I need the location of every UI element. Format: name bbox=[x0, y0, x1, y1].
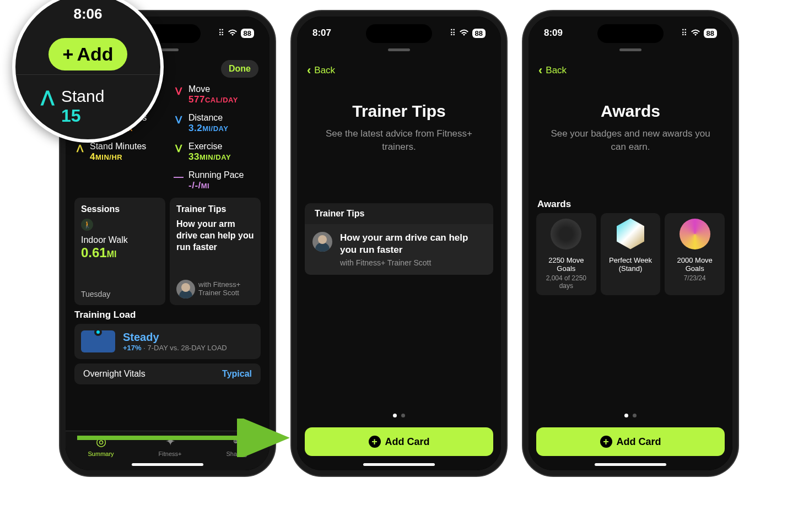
badge-icon bbox=[551, 219, 581, 249]
trainer-avatar bbox=[176, 280, 195, 298]
add-card-button[interactable]: + Add Card bbox=[305, 427, 493, 456]
chevron-down-icon: ᐯ bbox=[173, 85, 184, 97]
back-button[interactable]: ‹Back bbox=[529, 56, 732, 85]
chevron-up-icon: ᐱ bbox=[74, 143, 85, 155]
chevron-down-icon: ᐯ bbox=[173, 114, 184, 126]
training-load-card[interactable]: Steady +17% · 7-DAY vs. 28-DAY LOAD bbox=[74, 324, 261, 359]
sheet-handle[interactable] bbox=[619, 48, 641, 51]
training-load-title: Training Load bbox=[66, 305, 269, 324]
award-card[interactable]: 2000 Move Goals 7/23/24 bbox=[665, 213, 725, 295]
status-time: 8:06 bbox=[73, 6, 102, 23]
cellular-icon: ⠿ bbox=[681, 28, 687, 38]
page-dots[interactable] bbox=[529, 414, 732, 417]
plus-icon: + bbox=[63, 44, 74, 65]
page-title: Awards bbox=[551, 102, 710, 121]
wifi-icon bbox=[691, 29, 700, 38]
load-gauge-icon bbox=[81, 330, 115, 352]
cellular-icon: ⠿ bbox=[218, 28, 224, 38]
add-button-zoomed[interactable]: + Add bbox=[48, 38, 128, 70]
chevron-up-icon: ᐱ bbox=[41, 87, 55, 110]
overnight-vitals-row[interactable]: Overnight Vitals Typical bbox=[74, 363, 261, 384]
dash-icon: — bbox=[173, 171, 184, 183]
chevron-left-icon: ‹ bbox=[307, 63, 311, 78]
awards-section-header: Awards bbox=[529, 194, 732, 213]
sessions-card[interactable]: Sessions 🚶 Indoor Walk 0.61MI Tuesday bbox=[74, 198, 165, 305]
chevron-down-icon: ᐯ bbox=[173, 143, 184, 155]
add-card-button[interactable]: + Add Card bbox=[536, 427, 725, 456]
walk-icon: 🚶 bbox=[81, 219, 93, 231]
phone-3-awards: 8:09 ⠿88 ‹Back Awards See your badges an… bbox=[523, 11, 738, 476]
done-button[interactable]: Done bbox=[221, 60, 258, 78]
sheet-handle[interactable] bbox=[388, 48, 410, 51]
plus-circle-icon: + bbox=[600, 436, 612, 448]
award-card[interactable]: Perfect Week (Stand) bbox=[601, 213, 661, 295]
page-title: Trainer Tips bbox=[319, 102, 479, 121]
home-indicator[interactable] bbox=[595, 463, 666, 466]
tips-section-header: Trainer Tips bbox=[305, 203, 493, 224]
wifi-icon bbox=[459, 29, 469, 38]
badge-icon bbox=[617, 219, 644, 249]
cellular-icon: ⠿ bbox=[450, 28, 456, 38]
page-dots[interactable] bbox=[297, 414, 501, 417]
tip-row[interactable]: How your arm drive can help you run fast… bbox=[305, 224, 493, 275]
battery-icon: 88 bbox=[241, 29, 254, 38]
home-indicator[interactable] bbox=[132, 463, 203, 466]
chevron-left-icon: ‹ bbox=[538, 63, 542, 78]
trainer-avatar bbox=[312, 232, 332, 252]
trainer-tips-card[interactable]: Trainer Tips How your arm drive can help… bbox=[170, 198, 261, 305]
wifi-icon bbox=[228, 29, 238, 38]
plus-circle-icon: + bbox=[369, 436, 381, 448]
back-button[interactable]: ‹Back bbox=[297, 56, 501, 85]
award-card[interactable]: 2250 Move Goals 2,004 of 2250 days bbox=[536, 213, 596, 295]
phone-2-trainer-tips: 8:07 ⠿88 ‹Back Trainer Tips See the late… bbox=[292, 11, 506, 476]
badge-icon bbox=[680, 219, 710, 249]
home-indicator[interactable] bbox=[363, 463, 435, 466]
annotation-arrow bbox=[77, 419, 298, 457]
